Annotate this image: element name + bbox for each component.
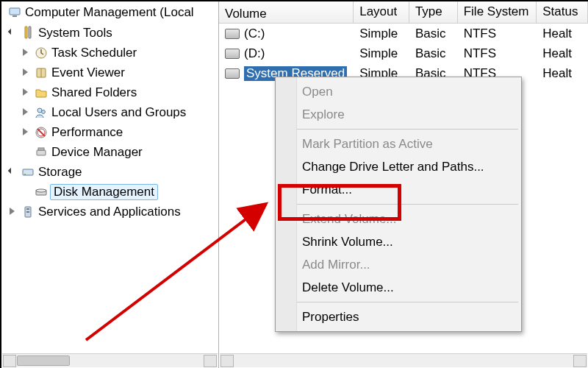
vol-layout: Simple	[354, 46, 409, 61]
tree-label: System Tools	[38, 26, 115, 40]
vol-type: Basic	[409, 46, 458, 61]
navigation-tree[interactable]: Computer Management (Local System Tools …	[1, 1, 219, 368]
col-volume[interactable]: Volume	[219, 1, 354, 23]
book-icon	[34, 66, 49, 80]
menu-mark-active: Mark Partition as Active	[277, 132, 520, 155]
vol-layout: Simple	[354, 26, 409, 41]
tree-label: Local Users and Groups	[51, 105, 189, 120]
svg-rect-17	[26, 208, 29, 210]
tree-label: Event Viewer	[51, 66, 128, 80]
expand-icon[interactable]	[21, 68, 31, 78]
tree-storage[interactable]: Storage	[1, 162, 218, 182]
scroll-right-icon[interactable]	[573, 355, 587, 367]
expand-icon[interactable]	[7, 167, 18, 177]
tree-device-manager[interactable]: Device Manager	[1, 142, 218, 162]
tree-shared-folders[interactable]: Shared Folders	[1, 82, 218, 102]
svg-point-6	[37, 108, 42, 113]
menu-add-mirror: Add Mirror...	[277, 253, 520, 276]
col-status[interactable]: Status	[537, 1, 588, 23]
expand-icon[interactable]	[21, 127, 31, 138]
disk-icon	[34, 185, 49, 199]
tree-disk-management[interactable]: Disk Management	[1, 182, 218, 202]
svg-rect-3	[29, 26, 31, 38]
vol-type: Basic	[409, 26, 458, 41]
tree-root[interactable]: Computer Management (Local	[1, 1, 218, 23]
context-menu: Open Explore Mark Partition as Active Ch…	[275, 77, 522, 332]
computer-management-window: Computer Management (Local System Tools …	[1, 1, 588, 368]
vol-status: Healt	[537, 66, 588, 81]
expand-icon[interactable]	[21, 88, 31, 98]
svg-rect-0	[10, 8, 20, 15]
menu-separator	[279, 302, 518, 302]
menu-separator	[279, 129, 518, 130]
column-headers: Volume Layout Type File System Status	[219, 1, 588, 24]
device-icon	[34, 145, 49, 160]
col-layout[interactable]: Layout	[354, 1, 409, 23]
tools-icon	[21, 26, 35, 40]
vol-fs: NTFS	[458, 26, 537, 41]
menu-separator	[279, 204, 518, 205]
menu-format[interactable]: Format...	[277, 178, 520, 201]
users-icon	[34, 105, 49, 120]
svg-point-7	[42, 110, 46, 113]
svg-point-15	[36, 189, 46, 192]
tree-scrollbar[interactable]	[2, 353, 218, 367]
svg-rect-2	[25, 26, 27, 38]
expand-icon[interactable]	[21, 107, 31, 118]
drive-icon	[225, 49, 240, 59]
menu-explore: Explore	[277, 103, 520, 126]
tree-local-users[interactable]: Local Users and Groups	[1, 102, 218, 122]
tree-performance[interactable]: Performance	[1, 122, 218, 142]
clock-icon	[34, 46, 49, 60]
svg-rect-11	[38, 148, 44, 150]
col-type[interactable]: Type	[409, 1, 458, 23]
table-row[interactable]: (D:) Simple Basic NTFS Healt	[219, 43, 588, 63]
expand-icon[interactable]	[7, 28, 18, 38]
menu-change-letter[interactable]: Change Drive Letter and Paths...	[277, 155, 520, 178]
menu-delete[interactable]: Delete Volume...	[277, 276, 520, 299]
svg-rect-1	[12, 15, 17, 17]
menu-shrink[interactable]: Shrink Volume...	[277, 230, 520, 253]
tree-label: Performance	[51, 125, 126, 140]
services-icon	[21, 205, 35, 219]
menu-icon-column	[276, 77, 297, 331]
svg-point-13	[24, 174, 26, 175]
vol-status: Healt	[537, 26, 588, 41]
tree-event-viewer[interactable]: Event Viewer	[1, 63, 218, 82]
svg-rect-18	[26, 211, 29, 213]
tree-task-scheduler[interactable]: Task Scheduler	[1, 43, 218, 63]
vol-status: Healt	[537, 46, 588, 61]
tree-root-label: Computer Management (Local	[25, 5, 197, 20]
menu-extend: Extend Volume...	[277, 208, 520, 230]
drive-icon	[225, 29, 240, 39]
tree-label: Shared Folders	[51, 85, 140, 100]
table-row[interactable]: (C:) Simple Basic NTFS Healt	[219, 24, 588, 43]
vol-name: (C:)	[244, 26, 265, 41]
tree-services[interactable]: Services and Applications	[1, 202, 218, 222]
vol-name: (D:)	[244, 46, 265, 61]
tree-label-selected: Disk Management	[50, 184, 158, 200]
vol-fs: NTFS	[458, 46, 537, 61]
menu-properties[interactable]: Properties	[277, 305, 520, 328]
scroll-left-icon[interactable]	[220, 355, 234, 367]
expand-icon[interactable]	[7, 207, 18, 217]
tree-system-tools[interactable]: System Tools	[1, 23, 218, 43]
col-filesystem[interactable]: File System	[458, 1, 537, 23]
storage-icon	[21, 165, 35, 180]
drive-icon	[225, 68, 240, 79]
performance-icon	[34, 125, 49, 140]
svg-rect-10	[37, 150, 46, 155]
tree-label: Device Manager	[51, 145, 146, 160]
folder-icon	[34, 85, 49, 100]
scroll-left-icon[interactable]	[3, 355, 16, 367]
computer-icon	[7, 5, 22, 20]
tree-label: Services and Applications	[38, 205, 184, 219]
expand-icon[interactable]	[21, 48, 31, 58]
list-scrollbar[interactable]	[220, 353, 587, 367]
scroll-right-icon[interactable]	[204, 355, 217, 367]
menu-open: Open	[277, 80, 520, 103]
tree-label: Task Scheduler	[51, 46, 140, 60]
tree-label: Storage	[38, 165, 85, 180]
scroll-thumb[interactable]	[17, 355, 70, 366]
